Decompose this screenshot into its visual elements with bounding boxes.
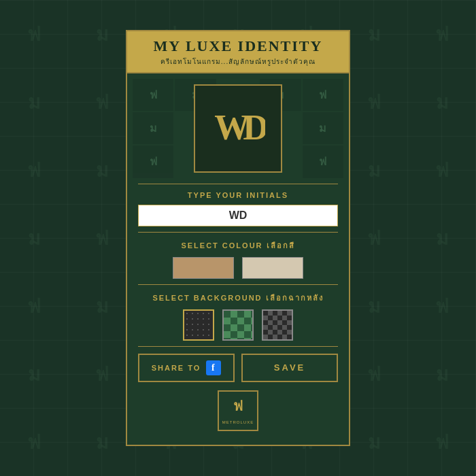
initials-label: TYPE YOUR INITIALS <box>138 191 338 199</box>
action-buttons-row: SHARE TO f SAVE <box>127 347 349 385</box>
bg-mono-21: ฟ <box>408 136 476 204</box>
share-button[interactable]: SHARE TO f <box>138 354 235 382</box>
bg-mono-36: ม <box>0 340 68 408</box>
colour-label: SELECT COLOUR เลือกสี <box>138 239 338 252</box>
bg-mono-34: ม <box>340 272 408 340</box>
tile-6: ม <box>133 112 173 144</box>
bg-mono-14: ม <box>408 68 476 136</box>
logo-svg: ฟ <box>228 397 248 416</box>
bg-mono-35: ฟ <box>408 272 476 340</box>
tile-15: ฟ <box>303 146 343 177</box>
background-options-row <box>138 309 338 341</box>
initials-input[interactable] <box>138 205 338 226</box>
bg-mono-1: ฟ <box>0 0 68 68</box>
bg-mono-49: ฟ <box>408 408 476 476</box>
logo-symbol: ฟ <box>228 397 248 419</box>
color-swatch-light[interactable] <box>242 257 303 279</box>
bg-mono-22: ม <box>0 204 68 272</box>
colour-section: SELECT COLOUR เลือกสี <box>127 233 349 284</box>
color-swatch-tan[interactable] <box>173 257 234 279</box>
bg-mono-27: ฟ <box>340 204 408 272</box>
card-title: MY LUXE IDENTITY <box>138 38 338 54</box>
card-subtitle: ครีเอทโมโนแกรม...สัญลักษณ์หรูประจำตัวคุณ <box>138 56 338 67</box>
bg-mono-8: ม <box>0 68 68 136</box>
color-swatches-row <box>138 257 338 279</box>
tile-11: ฟ <box>133 146 173 177</box>
bg-mono-28: ม <box>408 204 476 272</box>
monogram-svg: WD <box>211 98 265 159</box>
background-section: SELECT BACKGROUND เลือกฉากหลัง <box>127 285 349 346</box>
initials-section: TYPE YOUR INITIALS <box>127 184 349 232</box>
bg-option-dots[interactable] <box>183 309 214 341</box>
monogram-box: WD <box>194 84 282 173</box>
bg-option-cross[interactable] <box>222 309 254 341</box>
bg-mono-42: ม <box>408 340 476 408</box>
bg-mono-29: ฟ <box>0 272 68 340</box>
bg-mono-41: ฟ <box>340 340 408 408</box>
background-label: SELECT BACKGROUND เลือกฉากหลัง <box>138 292 338 304</box>
bg-mono-6: ม <box>340 0 408 68</box>
save-button[interactable]: SAVE <box>241 354 338 382</box>
bg-mono-7: ฟ <box>408 0 476 68</box>
tile-5: ฟ <box>303 79 343 111</box>
tile-10: ม <box>303 112 343 144</box>
bg-mono-48: ม <box>340 408 408 476</box>
card-header: MY LUXE IDENTITY ครีเอทโมโนแกรม...สัญลัก… <box>127 31 349 73</box>
svg-text:ฟ: ฟ <box>233 398 243 413</box>
bg-mono-15: ฟ <box>0 136 68 204</box>
bg-mono-13: ฟ <box>340 68 408 136</box>
facebook-icon: f <box>206 360 221 375</box>
tile-1: ฟ <box>133 79 173 111</box>
footer-logo-area: ฟ METROLUXE <box>127 385 349 434</box>
logo-text: METROLUXE <box>222 420 254 424</box>
share-label: SHARE TO <box>152 364 201 372</box>
bg-mono-43: ฟ <box>0 408 68 476</box>
svg-text:WD: WD <box>214 108 265 147</box>
monogram-preview-area: ฟ ม ม ฟ ม ม ฟ ฟ WD <box>127 73 349 184</box>
bg-option-checker[interactable] <box>262 309 293 341</box>
bg-mono-20: ม <box>340 136 408 204</box>
main-card: MY LUXE IDENTITY ครีเอทโมโนแกรม...สัญลัก… <box>126 30 350 445</box>
metroluxe-logo: ฟ METROLUXE <box>218 390 258 431</box>
